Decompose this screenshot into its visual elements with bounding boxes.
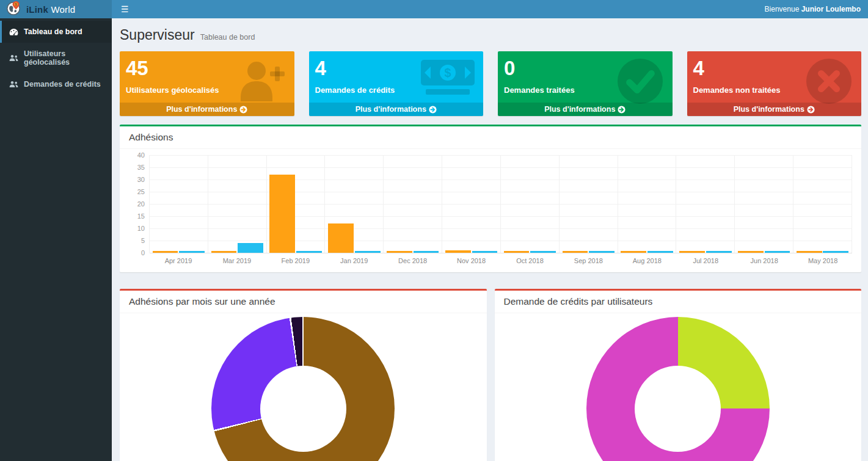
bar-orange-sep-2018[interactable] xyxy=(563,251,588,253)
bar-chart-category xyxy=(442,155,501,253)
bar-blue-feb-2019[interactable] xyxy=(296,251,322,253)
sidebar-item-utilisateurs-geolocalises[interactable]: Utilisateurs géolocalisés xyxy=(0,43,112,73)
x-tick-label: Mar 2019 xyxy=(208,257,266,264)
donut-hole xyxy=(635,366,721,452)
sidebar-toggle-hamburger-icon[interactable]: ☰ xyxy=(112,0,138,18)
bar-chart-x-labels: Apr 2019Mar 2019Feb 2019Jan 2019Dec 2018… xyxy=(149,257,852,264)
stat-box-footer-link[interactable]: Plus d'informations xyxy=(120,103,294,116)
sidebar-menu: Tableau de bordUtilisateurs géolocalisés… xyxy=(0,18,112,461)
page-subtitle: Tableau de bord xyxy=(200,33,255,42)
footer-label: Plus d'informations xyxy=(734,105,804,114)
x-tick-label: Oct 2018 xyxy=(501,257,560,264)
bar-orange-jun-2018[interactable] xyxy=(738,251,764,253)
page-header: Superviseur Tableau de bord xyxy=(120,27,861,43)
bar-orange-mar-2019[interactable] xyxy=(211,251,237,253)
bar-orange-oct-2018[interactable] xyxy=(504,251,530,253)
bar-orange-jan-2019[interactable] xyxy=(328,223,354,253)
main-content: Superviseur Tableau de bord 45Utilisateu… xyxy=(112,18,868,461)
arrow-circle-right-icon xyxy=(618,106,625,114)
app-logo[interactable]: $ iLink World xyxy=(0,0,112,18)
arrow-circle-right-icon xyxy=(807,106,815,114)
stat-value: 0 xyxy=(504,56,666,81)
bar-orange-jul-2018[interactable] xyxy=(679,251,705,253)
x-tick-label: Jul 2018 xyxy=(676,257,735,264)
stat-box-utilisateurs-geolocalises: 45Utilisateurs géolocalisésPlus d'inform… xyxy=(120,51,294,116)
x-tick-label: Dec 2018 xyxy=(384,257,442,264)
x-tick-label: Jun 2018 xyxy=(735,257,793,264)
donut-hole xyxy=(260,366,346,452)
donut-credits-title: Demande de crédits par utilisateurs xyxy=(495,291,862,313)
x-tick-label: Nov 2018 xyxy=(442,257,501,264)
bar-chart-title: Adhésions xyxy=(120,126,861,149)
sidebar-item-label: Utilisateurs géolocalisés xyxy=(24,49,107,67)
stat-box-demandes-de-credits: 4Demandes de crédits$Plus d'informations xyxy=(309,51,484,116)
stat-value: 4 xyxy=(693,56,856,81)
bar-chart-category xyxy=(150,155,208,253)
stat-value: 4 xyxy=(315,56,478,81)
x-tick-label: Apr 2019 xyxy=(149,257,208,264)
bar-blue-mar-2019[interactable] xyxy=(238,243,263,253)
donut-panel-credits: Demande de crédits par utilisateurs xyxy=(495,289,862,461)
x-tick-label: May 2018 xyxy=(793,257,852,264)
bar-orange-feb-2019[interactable] xyxy=(269,175,295,253)
arrow-circle-right-icon xyxy=(239,106,247,114)
globe-pin-logo-icon: $ xyxy=(6,1,21,18)
donut-panel-adhesions: Adhésions par mois sur une année xyxy=(120,289,487,461)
bar-blue-jul-2018[interactable] xyxy=(706,251,732,253)
donut-adhesions-title: Adhésions par mois sur une année xyxy=(120,291,487,313)
stat-box-footer-link[interactable]: Plus d'informations xyxy=(498,103,673,116)
bar-blue-oct-2018[interactable] xyxy=(530,251,556,253)
bar-blue-jan-2019[interactable] xyxy=(355,251,381,253)
bar-blue-dec-2018[interactable] xyxy=(414,251,439,253)
bar-chart[interactable]: 4035302520151050 Apr 2019Mar 2019Feb 201… xyxy=(129,155,852,264)
bar-chart-category xyxy=(676,155,735,253)
bar-blue-apr-2019[interactable] xyxy=(179,251,205,253)
arrow-circle-right-icon xyxy=(429,106,437,114)
stat-box-footer-link[interactable]: Plus d'informations xyxy=(687,103,862,116)
stat-label: Demandes non traitées xyxy=(693,85,856,95)
bar-chart-category xyxy=(501,155,560,253)
brand-text: iLink World xyxy=(26,4,75,15)
sidebar-item-label: Demandes de crédits xyxy=(24,80,101,89)
x-tick-label: Jan 2019 xyxy=(325,257,384,264)
stat-box-demandes-traitees: 0Demandes traitéesPlus d'informations xyxy=(498,51,673,116)
sidebar-item-tableau-de-bord[interactable]: Tableau de bord xyxy=(0,21,112,43)
stat-box-demandes-non-traitees: 4Demandes non traitéesPlus d'information… xyxy=(687,51,862,116)
sidebar-item-demandes-de-credits[interactable]: Demandes de crédits xyxy=(0,73,112,95)
bar-blue-may-2018[interactable] xyxy=(823,251,848,253)
donut-chart-credits[interactable] xyxy=(586,317,770,461)
bar-orange-dec-2018[interactable] xyxy=(387,251,412,253)
bar-blue-jun-2018[interactable] xyxy=(765,251,790,253)
bar-chart-panel: Adhésions 4035302520151050 Apr 2019Mar 2… xyxy=(120,125,861,272)
bar-chart-category xyxy=(325,155,384,253)
donut-panels-row: Adhésions par mois sur une année Demande… xyxy=(120,280,861,461)
x-tick-label: Feb 2019 xyxy=(266,257,325,264)
bar-orange-aug-2018[interactable] xyxy=(621,251,646,253)
stat-value: 45 xyxy=(126,56,288,81)
x-tick-label: Sep 2018 xyxy=(559,257,618,264)
bar-chart-category xyxy=(560,155,618,253)
donut-chart-adhesions[interactable] xyxy=(211,317,395,461)
footer-label: Plus d'informations xyxy=(166,105,237,114)
bar-chart-category xyxy=(267,155,326,253)
svg-text:$: $ xyxy=(15,2,17,6)
page-title: Superviseur xyxy=(120,27,195,43)
bar-orange-may-2018[interactable] xyxy=(797,251,822,253)
users-icon xyxy=(9,54,18,62)
bar-chart-category xyxy=(735,155,793,253)
bar-blue-nov-2018[interactable] xyxy=(472,251,498,253)
bar-chart-category xyxy=(208,155,267,253)
bar-orange-nov-2018[interactable] xyxy=(445,250,471,253)
bar-blue-aug-2018[interactable] xyxy=(647,251,673,253)
bar-orange-apr-2019[interactable] xyxy=(153,251,178,253)
bar-blue-sep-2018[interactable] xyxy=(589,251,615,253)
stat-box-row: 45Utilisateurs géolocalisésPlus d'inform… xyxy=(120,51,861,116)
stat-box-footer-link[interactable]: Plus d'informations xyxy=(309,103,484,116)
bar-chart-category xyxy=(618,155,677,253)
welcome-text: Bienvenue Junior Loulembo xyxy=(765,5,868,13)
users-icon xyxy=(9,81,18,88)
dashboard-icon xyxy=(9,28,18,36)
sidebar-item-label: Tableau de bord xyxy=(24,27,82,36)
stat-label: Utilisateurs géolocalisés xyxy=(126,85,288,95)
stat-label: Demandes de crédits xyxy=(315,85,478,95)
